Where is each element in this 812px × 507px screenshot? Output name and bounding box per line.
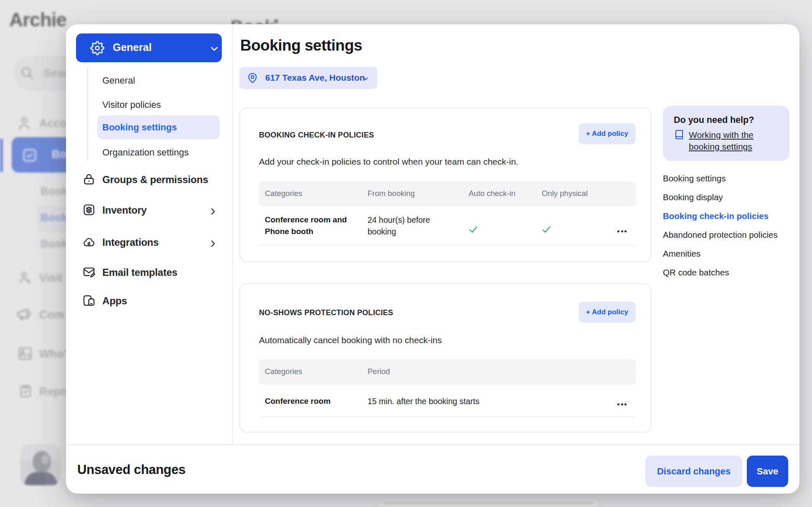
nav-tree-line [87, 68, 88, 161]
help-link[interactable]: Working with the booking settings [689, 129, 772, 153]
save-button[interactable]: Save [747, 456, 788, 487]
location-pin-icon [247, 72, 258, 84]
row-divider [259, 245, 636, 245]
nav-subitem-organization-settings[interactable]: Organization settings [102, 147, 219, 161]
help-box: Do you need help? Working with the booki… [663, 106, 789, 161]
help-title: Do you need help? [674, 115, 754, 125]
save-label: Save [757, 466, 778, 476]
check-icon [467, 224, 479, 235]
nav-item-label: Integrations [102, 237, 159, 248]
apps-devices-icon [82, 294, 96, 307]
table-row: Conference room 15 min. after the bookin… [240, 284, 652, 433]
nav-item-label: Inventory [102, 204, 147, 216]
book-icon [674, 130, 684, 140]
cloud-sync-icon [82, 235, 96, 249]
nav-item-label: Apps [102, 295, 127, 307]
location-label: 617 Texas Ave, Houston [265, 73, 365, 83]
row-more-options-icon[interactable] [617, 400, 628, 407]
chevron-down-icon [362, 75, 369, 82]
row-divider [259, 417, 636, 417]
noshow-policies-card: NO-SHOWS PROTECTION POLICIES + Add polic… [239, 283, 652, 433]
checkin-policies-card: BOOKING CHECK-IN POLICIES + Add policy A… [239, 107, 652, 262]
nav-subitem-visitor-policies[interactable]: Visitor policies [102, 99, 219, 114]
toc-abandoned-protection-policies[interactable]: Abandoned protection policies [663, 230, 788, 244]
nav-subitem-booking-settings[interactable]: Booking settings [102, 122, 219, 136]
row-period: 15 min. after the booking starts [368, 395, 535, 407]
nav-item-email-templates[interactable]: Email templates [66, 265, 232, 284]
toc-booking-settings[interactable]: Booking settings [663, 173, 788, 188]
nav-item-inventory[interactable]: Inventory [66, 203, 232, 222]
check-icon [540, 224, 552, 235]
mail-edit-icon [82, 265, 96, 279]
chevron-right-icon [208, 238, 218, 249]
location-selector[interactable]: 617 Texas Ave, Houston [239, 67, 377, 89]
nav-group-general-label: General [113, 41, 152, 54]
nav-group-general[interactable]: General [76, 33, 222, 62]
unsaved-changes-status: Unsaved changes [77, 462, 185, 477]
table-row: Conference room and Phone booth 24 hour(… [240, 108, 652, 263]
nav-item-integrations[interactable]: Integrations [66, 235, 232, 254]
row-more-options-icon[interactable] [617, 227, 628, 234]
lock-icon [82, 173, 96, 186]
discard-changes-button[interactable]: Discard changes [645, 456, 742, 487]
nav-item-label: Groups & permissions [102, 174, 208, 186]
toc-booking-display[interactable]: Booking display [663, 192, 788, 206]
settings-modal: General General Visitor policies Booking… [66, 24, 799, 494]
nav-item-groups-permissions[interactable]: Groups & permissions [66, 173, 232, 191]
chevron-right-icon [208, 206, 218, 217]
nav-divider [232, 24, 233, 444]
page-title: Booking settings [240, 37, 362, 54]
toc-amenities[interactable]: Amenities [663, 249, 788, 263]
discard-changes-label: Discard changes [657, 466, 731, 476]
toc-booking-checkin-policies[interactable]: Booking check-in policies [663, 211, 788, 225]
nav-subitem-general[interactable]: General [102, 75, 219, 89]
row-category: Conference room [265, 395, 382, 407]
row-from-booking: 24 hour(s) before booking [368, 214, 443, 237]
nav-item-label: Email templates [102, 267, 178, 278]
inventory-icon [82, 203, 96, 217]
gear-icon [90, 41, 104, 55]
chevron-down-icon [209, 43, 220, 54]
toc-qr-code-batches[interactable]: QR code batches [663, 268, 788, 282]
row-category: Conference room and Phone booth [265, 214, 359, 237]
footer-divider [66, 444, 799, 445]
nav-item-apps[interactable]: Apps [66, 294, 232, 312]
